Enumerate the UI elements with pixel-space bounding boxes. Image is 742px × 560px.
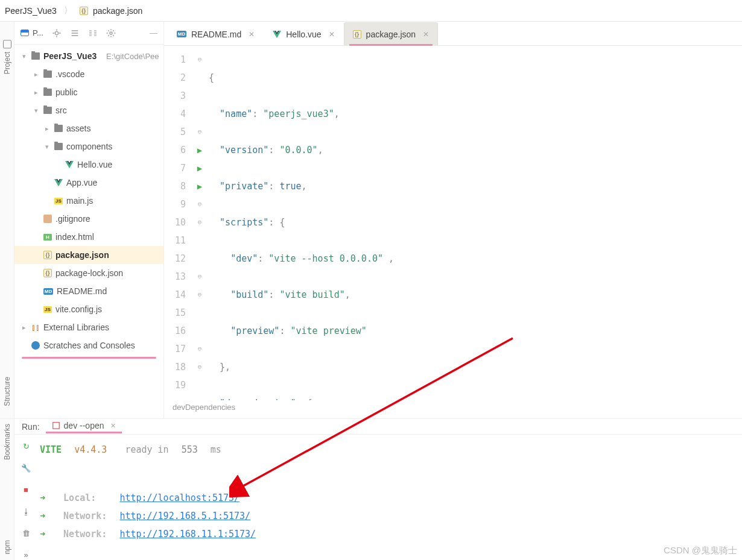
tree-file-package[interactable]: {}package.json xyxy=(14,246,163,264)
md-file-icon: MD xyxy=(177,31,186,37)
run-label: Run: xyxy=(22,422,40,432)
collapse-all-icon[interactable] xyxy=(88,28,98,38)
network-url-link[interactable]: http://192.168.5.1:5173/ xyxy=(119,511,250,521)
tree-file-vitecfg[interactable]: JSvite.config.js xyxy=(14,300,163,318)
tab-hello[interactable]: Hello.vue✕ xyxy=(264,22,343,45)
json-file-icon: {} xyxy=(43,251,52,259)
stop-icon[interactable]: ■ xyxy=(21,484,31,495)
code-body[interactable]: { "name": "peerjs_vue3", "version": "0.0… xyxy=(208,46,742,400)
locate-icon[interactable] xyxy=(52,28,62,38)
fold-icon[interactable]: ⊖ xyxy=(198,195,202,213)
close-run-tab-icon[interactable]: ✕ xyxy=(110,422,116,430)
vue-file-icon xyxy=(273,30,281,39)
tab-readme[interactable]: MDREADME.md✕ xyxy=(168,22,264,45)
npm-tool-button[interactable]: npm xyxy=(3,540,11,554)
tree-folder-public[interactable]: ▸public xyxy=(14,83,163,101)
rerun-icon[interactable]: ↻ xyxy=(21,441,31,451)
project-icon xyxy=(21,30,29,36)
html-file-icon: H xyxy=(43,234,52,241)
console-output[interactable]: VITE v4.4.3 ready in 553 ms ➜ Local: htt… xyxy=(37,435,742,560)
tree-root[interactable]: ▾PeerJS_Vue3 E:\gitCode\Pee xyxy=(14,47,163,65)
json-file-icon: {} xyxy=(353,30,361,39)
tree-file-app[interactable]: App.vue xyxy=(14,174,163,192)
gitignore-file-icon xyxy=(43,215,52,223)
network-url-link[interactable]: http://192.168.11.1:5173/ xyxy=(119,529,256,540)
fold-icon[interactable]: ⊖ xyxy=(198,213,202,231)
tree-folder-components[interactable]: ▾components xyxy=(14,137,163,156)
breadcrumb-root[interactable]: PeerJS_Vue3 xyxy=(5,6,57,16)
trash-icon[interactable]: 🗑 xyxy=(21,527,31,538)
project-panel: P... — ▾PeerJS_Vue3 E:\gitCode\Pee ▸.vsc… xyxy=(14,22,164,418)
tree-external-libs[interactable]: ▸⫿⫿External Libraries xyxy=(14,318,163,336)
chevron-right-icon: 〉 xyxy=(64,5,72,16)
run-header: Run: dev --open ✕ xyxy=(14,419,742,435)
tree-file-readme[interactable]: MDREADME.md xyxy=(14,282,163,300)
tree-scrollbar-thumb[interactable] xyxy=(22,357,156,359)
json-file-icon: {} xyxy=(80,7,88,15)
tree-folder-src[interactable]: ▾src xyxy=(14,101,163,119)
js-file-icon: JS xyxy=(43,306,52,313)
breadcrumb-bar: PeerJS_Vue3 〉 {} package.json xyxy=(0,0,742,22)
run-gutter-icon[interactable]: ▶ xyxy=(197,177,202,195)
fold-icon[interactable]: ⊖ xyxy=(198,268,202,286)
vue-file-icon xyxy=(54,178,63,187)
tree-scratches[interactable]: Scratches and Consoles xyxy=(14,336,163,354)
run-gutter-icon[interactable]: ▶ xyxy=(197,141,202,159)
left-tool-strip: Project Structure xyxy=(0,22,14,418)
vue-file-icon xyxy=(65,160,74,169)
breadcrumb-footer: devDependencies xyxy=(164,400,742,418)
fold-icon[interactable]: ⊖ xyxy=(198,123,202,141)
wrench-icon[interactable]: 🔧 xyxy=(21,462,31,473)
breadcrumb-file[interactable]: package.json xyxy=(93,6,143,16)
project-tool-button[interactable]: Project xyxy=(3,40,11,74)
svg-point-1 xyxy=(110,32,112,34)
panel-hide-icon[interactable]: — xyxy=(150,28,157,37)
tree-folder-vscode[interactable]: ▸.vscode xyxy=(14,65,163,83)
close-tab-icon[interactable]: ✕ xyxy=(423,30,429,39)
scratches-icon xyxy=(31,341,40,350)
md-file-icon: MD xyxy=(43,288,53,295)
watermark: CSDN @鬼鬼骑士 xyxy=(664,545,737,556)
left-lower-strip: Bookmarks npm xyxy=(0,419,14,560)
fold-icon[interactable]: ⊖ xyxy=(198,358,202,376)
close-tab-icon[interactable]: ✕ xyxy=(249,30,255,39)
local-url-link[interactable]: http://localhost:5173/ xyxy=(119,492,239,503)
run-gutter-icon[interactable]: ▶ xyxy=(197,159,202,177)
run-toolbar: ↻ 🔧 ■ ⭳ 🗑 » xyxy=(14,435,37,560)
code-editor[interactable]: 12345678910111213141516171819 ⊖ ⊖ ▶ ▶ ▶ … xyxy=(164,46,742,400)
bookmarks-tool-button[interactable]: Bookmarks xyxy=(3,424,11,460)
tree-file-packagelock[interactable]: {}package-lock.json xyxy=(14,264,163,282)
expand-all-icon[interactable] xyxy=(70,28,80,38)
editor-area: MDREADME.md✕ Hello.vue✕ {}package.json✕ … xyxy=(164,22,742,418)
more-icon[interactable]: » xyxy=(21,549,31,560)
run-config-tab[interactable]: dev --open ✕ xyxy=(46,420,122,433)
fold-icon[interactable]: ⊖ xyxy=(198,340,202,358)
line-number-gutter: 12345678910111213141516171819 xyxy=(164,46,192,400)
structure-tool-button[interactable]: Structure xyxy=(3,377,11,406)
gutter-icons: ⊖ ⊖ ▶ ▶ ▶ ⊖ ⊖ ⊖ ⊖ ⊖ ⊖ xyxy=(192,46,208,400)
tree-folder-assets[interactable]: ▸assets xyxy=(14,119,163,137)
svg-rect-2 xyxy=(52,423,59,429)
tree-file-main[interactable]: JSmain.js xyxy=(14,192,163,210)
tree-file-hello[interactable]: Hello.vue xyxy=(14,156,163,174)
fold-icon[interactable]: ⊖ xyxy=(198,51,202,69)
project-tree[interactable]: ▾PeerJS_Vue3 E:\gitCode\Pee ▸.vscode ▸pu… xyxy=(14,45,163,418)
tree-file-gitignore[interactable]: .gitignore xyxy=(14,210,163,228)
svg-point-0 xyxy=(55,31,58,34)
tree-file-index[interactable]: Hindex.html xyxy=(14,228,163,246)
project-toolbar: P... — xyxy=(14,22,163,45)
js-file-icon: JS xyxy=(54,198,63,204)
json-file-icon: {} xyxy=(43,269,52,277)
run-panel: Bookmarks npm Run: dev --open ✕ ↻ 🔧 ■ ⭳ … xyxy=(0,418,742,560)
npm-run-icon xyxy=(52,421,60,430)
fold-icon[interactable]: ⊖ xyxy=(198,286,202,304)
project-view-selector[interactable]: P... xyxy=(21,28,43,37)
settings-gear-icon[interactable] xyxy=(106,28,116,38)
tab-package[interactable]: {}package.json✕ xyxy=(344,22,439,45)
download-icon[interactable]: ⭳ xyxy=(21,506,31,517)
editor-tabs: MDREADME.md✕ Hello.vue✕ {}package.json✕ xyxy=(164,22,742,46)
close-tab-icon[interactable]: ✕ xyxy=(329,30,335,39)
